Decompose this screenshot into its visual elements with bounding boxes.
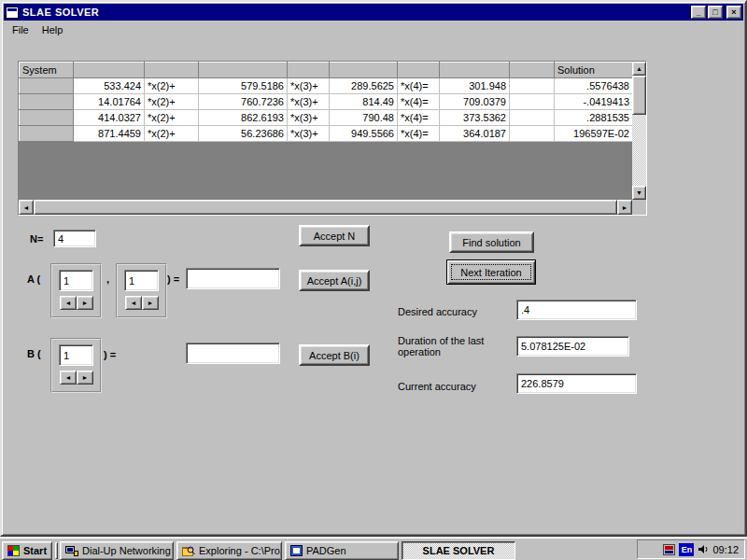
language-indicator[interactable]: En <box>679 543 694 556</box>
grid-cell: 790.48 <box>330 110 398 126</box>
a-row-index-input[interactable] <box>59 270 93 291</box>
b-index-spinner: ◄ ► <box>50 338 102 393</box>
grid-cell: *x(3)+ <box>288 78 330 94</box>
scrollbar-corner <box>632 200 646 215</box>
a-col-spinner: ◄ ► <box>116 263 167 318</box>
taskbar-clock[interactable]: 09:12 <box>712 544 739 555</box>
tray-app-icon[interactable] <box>663 544 675 555</box>
minimize-button[interactable]: _ <box>691 6 706 19</box>
grid-cell: 949.5566 <box>330 126 398 142</box>
grid-cell: *x(2)+ <box>145 126 199 142</box>
a-row-spinner: ◄ ► <box>50 263 102 318</box>
start-label: Start <box>23 545 47 556</box>
scroll-up-icon[interactable]: ▲ <box>632 62 646 76</box>
start-button[interactable]: Start <box>2 541 52 560</box>
volume-icon[interactable] <box>698 544 709 554</box>
close-icon: × <box>731 8 736 17</box>
a-col-spin-buttons: ◄ ► <box>125 296 159 310</box>
grid-view: System Solution 533.424 *x(2)+ 579.5186 … <box>19 62 632 200</box>
grid-row: 533.424 *x(2)+ 579.5186 *x(3)+ 289.5625 … <box>20 78 633 94</box>
n-input[interactable] <box>53 230 96 247</box>
app-window: SLAE SOLVER _ □ × File Help System <box>0 0 747 537</box>
spin-left-icon[interactable]: ◄ <box>60 371 77 385</box>
desired-accuracy-label: Desired accuracy <box>398 306 477 317</box>
grid-cell-solution: .5576438 <box>555 78 633 94</box>
hscroll-thumb[interactable] <box>34 200 617 215</box>
spin-left-icon[interactable]: ◄ <box>125 296 142 310</box>
grid-cell-solution: .2881535 <box>555 110 633 126</box>
a-comma-label: , <box>106 273 109 285</box>
grid-cell: 373.5362 <box>440 110 510 126</box>
grid-cell: 814.49 <box>330 94 398 110</box>
grid-cell: 871.4459 <box>74 126 145 142</box>
a-col-index-input[interactable] <box>124 270 159 291</box>
grid-cell: 301.948 <box>440 78 510 94</box>
duration-label: Duration of the last operation <box>398 335 514 357</box>
a-value-input[interactable] <box>186 268 280 289</box>
spin-right-icon[interactable]: ► <box>77 296 93 310</box>
menu-file[interactable]: File <box>6 22 35 37</box>
n-label: N= <box>30 233 43 245</box>
maximize-button[interactable]: □ <box>708 6 723 19</box>
current-accuracy-input[interactable] <box>516 373 637 394</box>
grid-cell-solution: 196597E-02 <box>555 126 633 142</box>
b-label: B ( <box>27 348 41 359</box>
window-title: SLAE SOLVER <box>22 7 687 18</box>
grid-cell: *x(4)= <box>398 126 440 142</box>
spin-right-icon[interactable]: ► <box>77 371 93 385</box>
explorer-folder-icon <box>182 545 195 556</box>
grid-header-row: System Solution <box>20 63 633 78</box>
grid-cell: *x(2)+ <box>145 78 199 94</box>
task-label: PADGen <box>306 545 346 556</box>
scroll-down-icon[interactable]: ▼ <box>632 186 646 200</box>
grid-cell: *x(4)= <box>398 94 440 110</box>
spin-right-icon[interactable]: ► <box>142 296 159 310</box>
grid-vertical-scrollbar[interactable]: ▲ ▼ <box>632 62 646 200</box>
taskbar-divider <box>55 542 58 559</box>
b-index-input[interactable] <box>59 344 93 366</box>
task-label: Dial-Up Networking <box>82 545 171 556</box>
task-padgen[interactable]: PADGen <box>285 541 399 560</box>
grid-cell: 760.7236 <box>199 94 288 110</box>
grid-cell: 414.0327 <box>74 110 145 126</box>
duration-input[interactable] <box>516 336 629 357</box>
grid-horizontal-scrollbar[interactable]: ◄ ► <box>19 200 632 215</box>
dialup-icon <box>65 545 78 556</box>
menu-help[interactable]: Help <box>35 22 70 37</box>
grid-cell: 533.424 <box>74 78 145 94</box>
find-solution-button[interactable]: Find solution <box>449 231 534 253</box>
next-iteration-button[interactable]: Next Iteration <box>446 259 536 285</box>
b-equals-label: ) = <box>104 349 116 360</box>
grid-cell: *x(3)+ <box>288 94 330 110</box>
vscroll-thumb[interactable] <box>632 76 646 115</box>
grid-row: 414.0327 *x(2)+ 862.6193 *x(3)+ 790.48 *… <box>20 110 633 126</box>
grid-cell: 289.5625 <box>330 78 398 94</box>
system-tray: En 09:12 <box>637 539 745 559</box>
grid-cell: *x(3)+ <box>288 126 330 142</box>
task-label: Exploring - C:\Pro... <box>199 545 282 556</box>
grid-cell: 14.01764 <box>74 94 145 110</box>
task-exploring[interactable]: Exploring - C:\Pro... <box>176 541 282 560</box>
spin-left-icon[interactable]: ◄ <box>60 296 77 310</box>
grid-cell-solution: -.0419413 <box>555 94 633 110</box>
accept-b-button[interactable]: Accept B(i) <box>299 344 370 366</box>
accept-n-button[interactable]: Accept N <box>299 225 370 246</box>
b-value-input[interactable] <box>186 343 280 364</box>
grid-row: 871.4459 *x(2)+ 56.23686 *x(3)+ 949.5566… <box>20 126 633 142</box>
task-slae-solver[interactable]: SLAE SOLVER <box>402 541 515 560</box>
grid-cell: *x(4)= <box>398 78 440 94</box>
task-label: SLAE SOLVER <box>423 545 495 556</box>
accept-a-button[interactable]: Accept A(i,j) <box>299 270 370 291</box>
maximize-icon: □ <box>712 8 717 17</box>
close-button[interactable]: × <box>726 6 741 19</box>
grid-cell: 56.23686 <box>199 126 288 142</box>
minimize-icon: _ <box>696 8 700 17</box>
grid-cell: *x(2)+ <box>145 110 199 126</box>
task-dialup-networking[interactable]: Dial-Up Networking <box>60 541 174 560</box>
grid-cell: *x(2)+ <box>145 94 199 110</box>
app-icon <box>6 7 19 19</box>
current-accuracy-label: Current accuracy <box>398 381 476 392</box>
scroll-right-icon[interactable]: ► <box>617 200 632 215</box>
scroll-left-icon[interactable]: ◄ <box>19 200 34 215</box>
desired-accuracy-input[interactable] <box>516 300 637 320</box>
